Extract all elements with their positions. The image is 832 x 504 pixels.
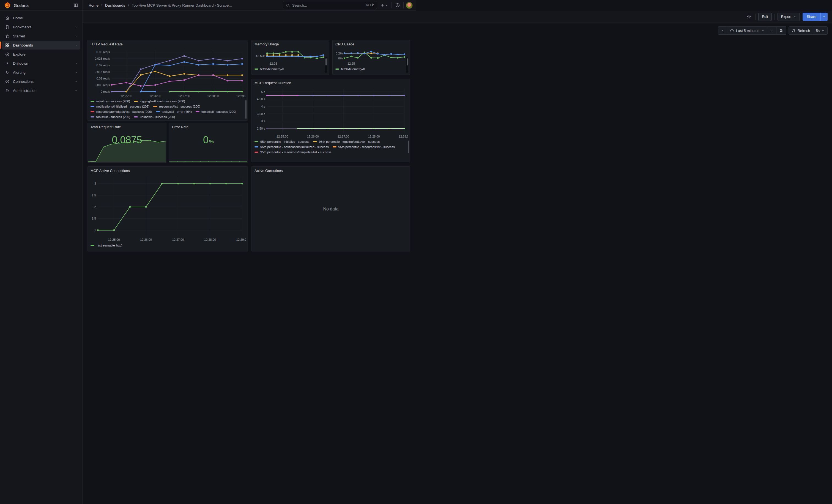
panel-title[interactable]: Error Rate (169, 123, 248, 131)
panel-title[interactable]: HTTP Request Rate (88, 40, 248, 48)
bell-icon (5, 70, 10, 75)
panel-mcp-request-duration: MCP Request Duration 2.50 s3 s3.50 s4 s4… (252, 79, 410, 162)
sidebar-nav: HomeBookmarksStarredDashboardsExploreDri… (0, 11, 82, 252)
sidebar-item-bookmarks[interactable]: Bookmarks (2, 23, 80, 31)
svg-text:0.02 req/s: 0.02 req/s (96, 63, 110, 67)
legend-label: - (streamable-http) (96, 244, 123, 247)
chevron-down-icon[interactable] (75, 34, 78, 38)
legend-swatch (90, 245, 94, 246)
memory-usage-chart[interactable]: 16 MiB12:25 (253, 47, 327, 66)
panel-title[interactable]: MCP Request Duration (252, 79, 410, 87)
sidebar-item-administration[interactable]: Administration (2, 86, 80, 95)
legend-scrollbar[interactable] (324, 57, 327, 73)
svg-text:12:27:00: 12:27:00 (338, 135, 349, 138)
mcp-request-duration-chart[interactable]: 2.50 s3 s3.50 s4 s4.50 s5 s12:25:0012:26… (253, 87, 408, 139)
panel-cpu-usage: CPU Usage 0%0.2%12:25 fetch-telemetry-0 (332, 40, 410, 75)
panel-mcp-active-connections: MCP Active Connections 11.522.5312:25:00… (87, 166, 248, 251)
grid-icon (5, 43, 10, 48)
sidebar-item-alerting[interactable]: Alerting (2, 68, 80, 77)
panel-title[interactable]: Total Request Rate (88, 123, 166, 131)
legend-swatch (333, 147, 337, 148)
legend-label: 95th percentile - resources/templates/li… (260, 151, 331, 154)
svg-text:12:25: 12:25 (347, 62, 355, 65)
grafana-logo[interactable] (4, 2, 11, 9)
legend-item[interactable]: logging/setLevel - success (200) (134, 100, 185, 103)
add-button[interactable] (379, 2, 389, 8)
http-request-rate-chart[interactable]: 0 req/s0.005 req/s0.01 req/s0.015 req/s0… (89, 48, 246, 99)
sidebar-item-connections[interactable]: Connections (2, 77, 80, 86)
breadcrumb-dashboards[interactable]: Dashboards (105, 3, 125, 7)
legend-item[interactable]: 95th percentile - notifications/initiali… (255, 145, 329, 149)
legend-scrollbar[interactable] (245, 100, 246, 119)
legend-item[interactable]: tools/list - success (200) (90, 115, 130, 118)
legend-item[interactable]: tools/call - success (200) (196, 110, 236, 113)
legend-swatch (134, 116, 138, 117)
legend-item[interactable]: fetch-telemetry-0 (335, 68, 365, 71)
legend-item[interactable]: 95th percentile - initialize - success (255, 140, 309, 143)
legend-item[interactable]: - (streamable-http) (90, 244, 123, 247)
legend-item[interactable]: tools/call - error (404) (156, 110, 192, 113)
panel-title[interactable]: Memory Usage (252, 40, 329, 48)
sidebar-toggle-icon[interactable] (72, 2, 79, 9)
sidebar-item-home[interactable]: Home (2, 14, 80, 22)
dashboard-main: Edit Export Share Last 5 minutes (82, 11, 416, 252)
search-icon (286, 3, 290, 7)
legend-item[interactable]: notifications/initialized - success (202… (90, 105, 149, 108)
cpu-usage-chart[interactable]: 0%0.2%12:25 (334, 47, 408, 66)
legend-label: fetch-telemetry-0 (341, 68, 365, 71)
sidebar-item-label: Dashboards (13, 43, 71, 47)
breadcrumb-home[interactable]: Home (88, 3, 99, 7)
sidebar-item-explore[interactable]: Explore (2, 50, 80, 59)
chevron-down-icon[interactable] (75, 62, 78, 65)
svg-text:0.2%: 0.2% (336, 52, 342, 55)
sidebar-item-drilldown[interactable]: Drilldown (2, 59, 80, 68)
legend-swatch (255, 147, 258, 148)
panel-total-request-rate: Total Request Rate 0.0875 (87, 123, 166, 163)
legend-swatch (134, 101, 138, 102)
chevron-down-icon[interactable] (75, 25, 78, 29)
help-icon[interactable] (394, 2, 401, 9)
bookmark-icon (5, 25, 10, 29)
legend-item[interactable]: initialize - success (200) (90, 100, 130, 103)
breadcrumb-current: ToolHive MCP Server & Proxy Runner Dashb… (132, 3, 232, 7)
svg-text:0 req/s: 0 req/s (101, 90, 110, 93)
svg-text:12:29:00: 12:29:00 (399, 135, 408, 138)
panel-error-rate: Error Rate 0% (169, 123, 248, 163)
legend-item[interactable]: resources/list - success (200) (153, 105, 200, 108)
panel-title[interactable]: MCP Active Connections (88, 167, 248, 175)
legend-swatch (156, 111, 160, 112)
sidebar-item-label: Drilldown (13, 61, 71, 65)
divider (391, 2, 392, 8)
legend-scrollbar[interactable] (406, 57, 408, 73)
chevron-down-icon[interactable] (75, 44, 78, 47)
chevron-down-icon[interactable] (75, 80, 78, 83)
legend-item[interactable]: 95th percentile - resources/list - succe… (333, 145, 395, 149)
legend-item[interactable]: 95th percentile - logging/setLevel - suc… (313, 140, 380, 143)
search-input[interactable]: Search... ⌘+k (283, 1, 377, 9)
panel-title[interactable]: CPU Usage (333, 40, 410, 48)
legend-label: resources/templates/list - success (200) (96, 110, 152, 113)
sidebar-item-dashboards[interactable]: Dashboards (2, 41, 80, 50)
svg-text:0.005 req/s: 0.005 req/s (95, 83, 110, 87)
chevron-down-icon[interactable] (75, 71, 78, 74)
brand-title: Grafana (14, 3, 72, 8)
legend-swatch (335, 69, 339, 70)
svg-text:12:26:00: 12:26:00 (149, 95, 161, 98)
chevron-down-icon[interactable] (75, 89, 78, 92)
legend-label: tools/call - error (404) (162, 110, 192, 113)
mcp-active-connections-chart[interactable]: 11.522.5312:25:0012:26:0012:27:0012:28:0… (89, 175, 246, 242)
legend-item[interactable]: 95th percentile - resources/templates/li… (255, 151, 331, 154)
svg-text:12:28:00: 12:28:00 (207, 95, 219, 98)
legend-item[interactable]: unknown - success (200) (134, 115, 175, 118)
legend-swatch (255, 152, 258, 153)
stat-suffix: % (209, 139, 214, 144)
panel-http-request-rate: HTTP Request Rate 0 req/s0.005 req/s0.01… (87, 40, 248, 121)
legend-item[interactable]: fetch-telemetry-0 (255, 68, 284, 71)
legend-item[interactable]: resources/templates/list - success (200) (90, 110, 152, 113)
sidebar-item-starred[interactable]: Starred (2, 32, 80, 41)
user-avatar[interactable] (406, 2, 413, 9)
legend-scrollbar[interactable] (408, 140, 409, 153)
svg-text:4 s: 4 s (261, 105, 265, 108)
sidebar-item-label: Connections (13, 80, 71, 84)
panel-memory-usage: Memory Usage 16 MiB12:25 fetch-telemetry… (252, 40, 329, 75)
